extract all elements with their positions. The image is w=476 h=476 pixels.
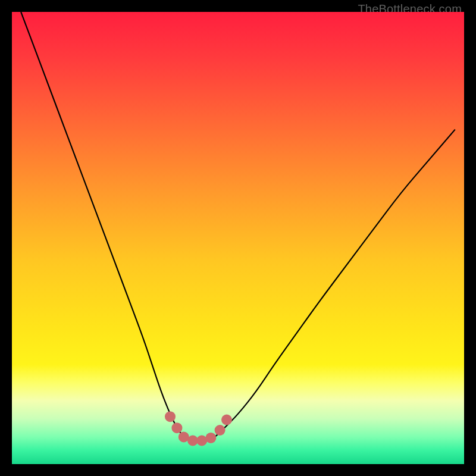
marker-dot (205, 433, 216, 443)
marker-dot (171, 422, 182, 433)
chart-frame (12, 12, 464, 464)
marker-dot (196, 436, 207, 446)
bottleneck-chart (12, 12, 464, 464)
marker-dot (165, 411, 176, 422)
marker-dot (221, 415, 232, 425)
marker-dot (215, 425, 226, 436)
gradient-background (12, 12, 464, 464)
